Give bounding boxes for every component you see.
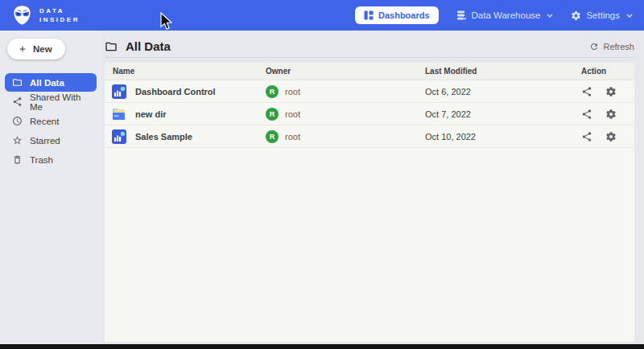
column-header-owner: Owner [266,67,425,76]
folder-file-icon [111,106,127,122]
table-header-row: Name Owner Last Modified Action [105,63,634,80]
page-header: All Data Refresh [105,35,634,58]
dashboards-button[interactable]: Dashboards [355,6,439,24]
action-cell [581,86,634,97]
new-button[interactable]: New [7,39,65,60]
gear-icon[interactable] [605,109,617,120]
owl-logo-icon [11,5,33,26]
chart-file-icon [111,129,127,145]
share-icon[interactable] [581,109,592,120]
settings-menu[interactable]: Settings [571,10,633,21]
owner-cell: R root [266,85,425,98]
file-name-cell[interactable]: Dashboard Control [105,84,266,100]
clock-icon [12,116,23,126]
sidebar-item-trash[interactable]: Trash [5,150,97,169]
owner-cell: R root [266,130,425,143]
gear-icon [571,10,581,21]
topbar: DATA INSIDER Dashboards [0,0,644,31]
window-bottom-edge [0,344,644,349]
owner-avatar: R [266,108,279,121]
share-icon[interactable] [581,86,592,97]
file-name-cell[interactable]: new dir [105,106,266,122]
table-row[interactable]: Dashboard Control R root Oct 6, 2022 [105,80,634,103]
data-warehouse-label: Data Warehouse [472,10,541,20]
owner-name: root [285,132,300,142]
refresh-icon [589,42,599,51]
folder-icon [12,77,23,88]
file-name: new dir [135,109,167,119]
share-icon[interactable] [581,131,592,142]
folder-title-icon [105,40,118,53]
share-people-icon [12,96,23,107]
file-name: Sales Sample [135,132,192,142]
dashboards-label: Dashboards [378,10,430,20]
owner-name: root [285,87,300,96]
last-modified-cell: Oct 6, 2022 [425,87,581,96]
sidebar: New All Data Shared With Me Recent Starr… [0,31,101,344]
action-cell [581,131,634,142]
sidebar-item-starred[interactable]: Starred [5,131,97,150]
new-button-label: New [33,44,52,54]
table-row[interactable]: Sales Sample R root Oct 10, 2022 [105,125,634,148]
file-name: Dashboard Control [135,87,216,96]
star-icon [12,135,23,146]
last-modified-cell: Oct 10, 2022 [425,132,581,142]
data-warehouse-menu[interactable]: Data Warehouse [456,10,554,21]
column-header-name: Name [105,67,266,76]
mouse-cursor [160,12,173,31]
owner-name: root [285,109,300,119]
sidebar-item-label: Starred [30,136,60,146]
trash-icon [12,154,23,165]
sidebar-item-label: All Data [30,78,64,88]
action-cell [581,109,634,120]
owner-avatar: R [266,130,279,143]
brand: DATA INSIDER [11,5,80,26]
table-row[interactable]: new dir R root Oct 7, 2022 [105,103,634,125]
chevron-down-icon [626,14,633,18]
owner-cell: R root [266,108,425,121]
file-name-cell[interactable]: Sales Sample [105,129,266,145]
database-icon [456,10,467,21]
sidebar-item-label: Trash [30,155,53,165]
sidebar-item-label: Recent [30,117,59,126]
sidebar-item-recent[interactable]: Recent [5,112,97,130]
file-table: Name Owner Last Modified Action Dashboar… [105,63,634,342]
dashboard-grid-icon [364,10,374,20]
owner-avatar: R [266,85,279,98]
column-header-action: Action [581,67,634,76]
refresh-button[interactable]: Refresh [589,42,634,51]
gear-icon[interactable] [605,86,617,97]
sidebar-item-shared-with-me[interactable]: Shared With Me [5,92,97,111]
chevron-down-icon [547,14,553,18]
gear-icon[interactable] [605,131,617,142]
page-title: All Data [126,39,171,53]
last-modified-cell: Oct 7, 2022 [425,109,581,119]
sidebar-item-label: Shared With Me [30,92,89,112]
brand-text: DATA INSIDER [39,6,80,24]
plus-icon [18,44,27,54]
settings-label: Settings [586,10,620,20]
refresh-label: Refresh [603,42,634,51]
dashboard-file-icon [111,84,127,100]
sidebar-item-all-data[interactable]: All Data [5,73,97,92]
column-header-modified: Last Modified [425,67,581,76]
